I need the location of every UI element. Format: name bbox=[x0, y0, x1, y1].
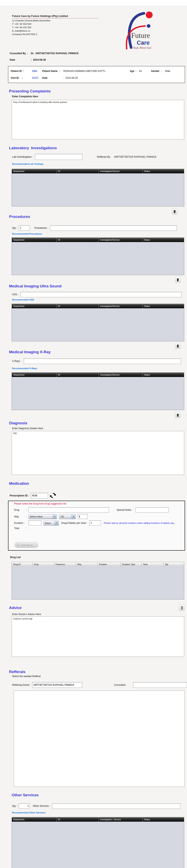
duration-input[interactable] bbox=[29, 520, 41, 525]
refresh-prescription-button[interactable] bbox=[50, 492, 56, 499]
complaints-label: Enter Complaints Here bbox=[12, 95, 187, 98]
recommended-lab-link[interactable]: Recommended Lab Testings bbox=[12, 163, 187, 166]
reffering-doctor-input[interactable] bbox=[32, 682, 82, 688]
patient-gender-value: Male bbox=[165, 70, 170, 72]
xray-field-row: X-Rays : bbox=[12, 358, 187, 364]
refferal-doctor-row: Reffering Doctor Consultant bbox=[12, 682, 187, 688]
xray-trash-row bbox=[0, 412, 187, 418]
futurecare-logo: Future Care ♥ Body Mind Soul bbox=[121, 7, 160, 50]
other-qty-input[interactable] bbox=[19, 803, 30, 809]
company-number: Company No.8417652-2 bbox=[12, 33, 187, 36]
presenting-complaints-title: Presenting Complaints bbox=[9, 89, 187, 94]
other-services-title: Other Services bbox=[12, 793, 187, 798]
way-select[interactable]: Before Meal ▼ bbox=[29, 514, 57, 519]
prescription-id-input[interactable] bbox=[31, 493, 48, 498]
visit-id-value: 15147 bbox=[32, 76, 42, 79]
uss-table-header: Department ID Investigation/Service Stat… bbox=[12, 304, 184, 308]
consultant-label: Consultant bbox=[114, 684, 125, 686]
advice-title: Advice bbox=[9, 606, 187, 611]
way-qty-input[interactable] bbox=[78, 514, 88, 519]
drug-list-table-header: Drug ID Drug Fequency Way Duration Durat… bbox=[12, 562, 184, 566]
drug-input[interactable] bbox=[29, 507, 109, 513]
patient-age-value: 43 bbox=[139, 70, 151, 72]
other-qty-label: Qty : bbox=[12, 805, 17, 807]
visit-date-label: Date bbox=[42, 76, 63, 79]
lab-investigation-input[interactable] bbox=[35, 154, 82, 160]
other-services-table: Department ID Investigation / Service St… bbox=[12, 817, 184, 868]
uss-field-row: USS : bbox=[12, 291, 187, 297]
uss-trash-row bbox=[0, 343, 187, 349]
add-drug-label: Add Drug bbox=[21, 544, 33, 547]
trash-icon bbox=[173, 210, 176, 213]
diagnosis-textarea[interactable]: ISQ bbox=[12, 431, 184, 475]
per-meal-input[interactable] bbox=[89, 520, 101, 525]
recommended-xray-link[interactable]: Recommended X-Rays bbox=[12, 367, 187, 370]
patient-name-label: Patient Name : bbox=[42, 70, 63, 72]
reffering-doctor-label: Reffering Doctor bbox=[12, 684, 32, 686]
special-notes-input[interactable] bbox=[136, 507, 169, 513]
column-header: Department bbox=[12, 373, 57, 377]
column-header: Department bbox=[12, 817, 57, 822]
column-header: Duration Type bbox=[121, 562, 142, 566]
column-header: Note bbox=[142, 562, 164, 566]
column-header: ID bbox=[57, 373, 99, 377]
delete-xray-button[interactable] bbox=[175, 412, 181, 418]
procedures-qty-input[interactable] bbox=[19, 225, 30, 230]
procedures-table-body bbox=[12, 242, 184, 275]
visit-id-label: Visit ID : bbox=[11, 76, 32, 79]
recommended-uss-link[interactable]: Recommended USS bbox=[12, 299, 187, 302]
procedures-input[interactable] bbox=[50, 225, 177, 231]
uss-input[interactable] bbox=[21, 292, 182, 297]
top-strip bbox=[0, 0, 187, 6]
delete-advice-button[interactable] bbox=[179, 604, 185, 611]
diagnosis-label: Enter Diagnosis Details Here bbox=[12, 427, 187, 430]
column-header: Duration bbox=[98, 562, 121, 566]
frequency-select[interactable]: OD ▼ bbox=[59, 514, 76, 519]
advice-textarea[interactable]: continue current mgt bbox=[12, 616, 184, 657]
diagnosis-title: Diagnosis bbox=[9, 421, 187, 426]
add-drug-button[interactable]: + Add Drug bbox=[14, 542, 38, 548]
duration-unit-value: Day/s bbox=[44, 521, 55, 525]
procedures-table-header: Department ID Investigation/Service Stat… bbox=[12, 238, 184, 242]
drug-list-label: Drug List bbox=[10, 556, 187, 559]
consultant-input[interactable] bbox=[133, 682, 187, 688]
delete-uss-button[interactable] bbox=[175, 343, 181, 349]
delete-lab-button[interactable] bbox=[172, 209, 177, 215]
xray-table-body bbox=[12, 377, 184, 410]
other-services-table-body bbox=[12, 822, 184, 868]
xray-table-header: Department ID Investigation/Service Stat… bbox=[12, 373, 184, 377]
company-phone-2: T: +24 84 225 252 bbox=[12, 26, 187, 29]
chevron-down-icon: ▼ bbox=[72, 514, 75, 519]
refferals-label: Select the needed Refferal bbox=[12, 675, 187, 678]
other-services-input[interactable] bbox=[52, 803, 180, 809]
trash-icon bbox=[176, 413, 179, 417]
uss-label: USS : bbox=[12, 293, 18, 296]
lab-trash-row bbox=[0, 209, 187, 214]
duration-unit-select[interactable]: Day/s ▼ bbox=[43, 521, 59, 525]
column-header: Investigation/Service bbox=[99, 304, 143, 308]
colon: : bbox=[26, 515, 29, 518]
column-header: Investigation/Service bbox=[99, 169, 143, 174]
delete-procedures-button[interactable] bbox=[175, 277, 181, 283]
xray-input[interactable] bbox=[24, 359, 181, 364]
company-name: Future Care by Future Holdings (Pty) Lim… bbox=[12, 14, 99, 19]
column-header: Drug ID bbox=[12, 562, 33, 566]
recommended-other-link[interactable]: Recommended Other Services bbox=[12, 811, 187, 815]
recommended-procedures-link[interactable]: Recommended Procedures bbox=[12, 232, 187, 236]
xray-title: Medical Imaging X-Ray bbox=[9, 350, 187, 355]
per-meal-label: Drugs/Tablets per meal : bbox=[61, 522, 87, 524]
company-phone-1: T: +24 82 593 593 bbox=[12, 23, 187, 25]
medication-entry-box: Please select the Drug from Drug suggess… bbox=[8, 501, 185, 551]
column-header: Status bbox=[143, 238, 184, 242]
heart-icon: ♥ bbox=[142, 41, 144, 44]
column-header: Drug bbox=[33, 562, 54, 566]
chevron-down-icon: ▼ bbox=[55, 521, 59, 525]
logo-word-future: Future bbox=[131, 31, 150, 39]
reffered-by-label: Reffered By : bbox=[97, 155, 112, 158]
column-header: Department bbox=[12, 169, 57, 174]
complaints-textarea[interactable]: Xray of lumbosacral spine in keeping wit… bbox=[12, 100, 184, 140]
patient-age-label: Age : bbox=[130, 70, 139, 72]
uss-table: Department ID Investigation/Service Stat… bbox=[12, 304, 184, 341]
lab-table: Department ID Investigation/Service Stat… bbox=[12, 169, 184, 207]
lab-table-body bbox=[12, 174, 184, 206]
